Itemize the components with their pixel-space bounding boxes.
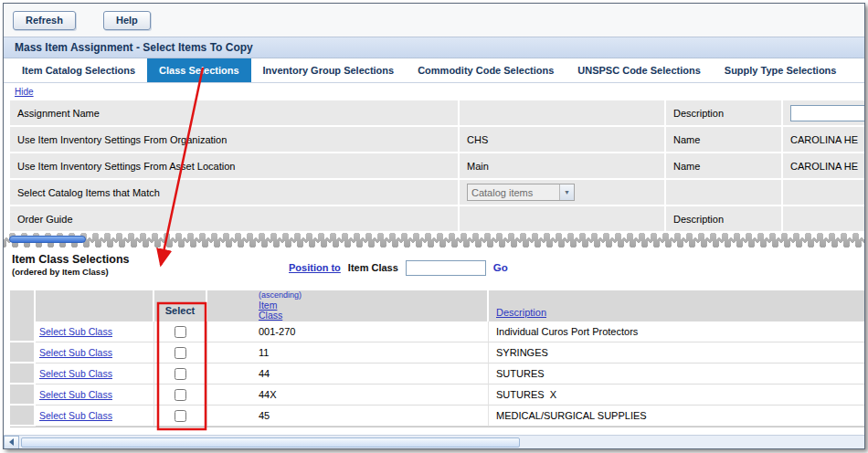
item-class-cell: 44X (207, 385, 489, 406)
field-value: CHS (460, 127, 666, 152)
row-selector-cell[interactable] (10, 406, 36, 427)
sub-class-header (36, 290, 154, 323)
tab-commodity-code-selections[interactable]: Commodity Code Selections (406, 58, 566, 82)
item-class-table: Select (ascending) Item Class Descriptio… (10, 290, 864, 427)
field-value (460, 100, 666, 125)
screenshot-splice-edge (4, 233, 864, 248)
content-spacer (4, 427, 864, 435)
table-row: Select Sub Class 44X SUTURES X (10, 385, 864, 406)
field-value: Catalog items ▼ (460, 180, 666, 205)
assignment-form: Assignment Name Description Use Item Inv… (10, 100, 864, 233)
scroll-left-button[interactable] (4, 436, 19, 449)
chevron-down-icon: ▼ (559, 184, 574, 200)
position-to-input[interactable] (406, 260, 486, 276)
organization-name-value: CAROLINA HE (783, 127, 864, 152)
field-label: Assignment Name (10, 100, 460, 125)
row-selector-cell[interactable] (10, 342, 36, 363)
form-row-asset-location: Use Item Inventory Settings From Asset L… (10, 153, 864, 178)
sub-class-cell: Select Sub Class (36, 363, 154, 385)
field-label-2: Description (666, 206, 783, 231)
select-sub-class-link[interactable]: Select Sub Class (36, 347, 112, 358)
app-window: Refresh Help Mass Item Assignment - Sele… (3, 3, 865, 449)
assignment-description-input[interactable] (790, 105, 864, 121)
sub-class-cell: Select Sub Class (36, 406, 154, 427)
description-cell: SUTURES X (489, 385, 864, 406)
catalog-items-dropdown[interactable]: Catalog items ▼ (467, 184, 575, 201)
select-cell (154, 363, 207, 385)
position-to-link[interactable]: Position to (289, 262, 341, 273)
sort-by-class-link[interactable]: Class (259, 311, 487, 321)
select-cell (154, 321, 207, 342)
row-selector-cell[interactable] (10, 363, 36, 385)
form-row-order-guide: Order Guide Description (10, 206, 864, 231)
select-column-header: Select (154, 290, 207, 323)
page-title: Mass Item Assignment - Select Items To C… (4, 37, 864, 58)
refresh-button[interactable]: Refresh (13, 11, 76, 30)
item-class-section-header: Item Class Selections (ordered by Item C… (4, 248, 864, 290)
select-sub-class-link[interactable]: Select Sub Class (36, 410, 112, 421)
select-cell (154, 406, 207, 427)
hide-link[interactable]: Hide (15, 87, 34, 97)
sort-by-item-link[interactable]: Item (259, 300, 487, 311)
dropdown-selected-value: Catalog items (468, 187, 559, 198)
field-label-2: Name (666, 127, 783, 152)
table-row: Select Sub Class 44 SUTURES (10, 363, 864, 385)
form-row-organization: Use Item Inventory Settings From Organiz… (10, 127, 864, 152)
scroll-left-icon (9, 438, 14, 446)
table-row: Select Sub Class 11 SYRINGES (10, 342, 864, 363)
help-button[interactable]: Help (103, 11, 151, 30)
table-row: Select Sub Class 001-270 Individual Curo… (10, 321, 864, 342)
scrollbar-thumb[interactable] (21, 437, 520, 448)
scrollbar-fragment (9, 236, 86, 243)
field-value (460, 206, 666, 231)
description-cell: Individual Curos Port Protectors (489, 321, 864, 342)
description-cell: SYRINGES (489, 342, 864, 363)
select-sub-class-link[interactable]: Select Sub Class (36, 326, 112, 337)
item-class-cell: 44 (207, 363, 489, 385)
tab-supply-type-selections[interactable]: Supply Type Selections (713, 58, 849, 82)
form-row-catalog-match: Select Catalog Items that Match Catalog … (10, 180, 864, 205)
description-column-header: Description (489, 290, 864, 323)
item-class-cell: 11 (207, 342, 489, 363)
select-cell (154, 342, 207, 363)
select-checkbox[interactable] (175, 389, 186, 401)
field-label-2 (666, 180, 783, 205)
form-row-assignment-name: Assignment Name Description (10, 100, 864, 125)
description-cell: SUTURES (489, 363, 864, 385)
item-class-column-header: (ascending) Item Class (207, 290, 489, 323)
go-button[interactable]: Go (493, 262, 508, 273)
row-selector-cell[interactable] (10, 321, 36, 342)
sort-by-description-link[interactable]: Description (496, 307, 864, 318)
tab-inventory-group-selections[interactable]: Inventory Group Selections (251, 58, 407, 82)
field-value: Main (460, 153, 666, 178)
select-checkbox[interactable] (175, 410, 186, 422)
item-class-cell: 001-270 (207, 321, 489, 342)
field-label-2: Name (666, 153, 783, 178)
tab-unspsc-code-selections[interactable]: UNSPSC Code Selections (566, 58, 712, 82)
location-name-value: CAROLINA HE (783, 153, 864, 178)
field-label: Order Guide (10, 206, 460, 231)
tab-item-catalog-selections[interactable]: Item Catalog Selections (10, 58, 147, 82)
field-label: Select Catalog Items that Match (10, 180, 460, 205)
tab-class-selections[interactable]: Class Selections (147, 58, 250, 82)
select-checkbox[interactable] (175, 347, 186, 359)
row-selector-cell[interactable] (10, 385, 36, 406)
select-checkbox[interactable] (175, 368, 186, 380)
select-sub-class-link[interactable]: Select Sub Class (36, 389, 112, 400)
select-sub-class-link[interactable]: Select Sub Class (36, 368, 112, 379)
position-to-group: Position to Item Class Go (289, 258, 508, 277)
table-row: Select Sub Class 45 MEDICAL/SURGICAL SUP… (10, 406, 864, 427)
field-value-2 (783, 180, 864, 205)
select-cell (154, 385, 207, 406)
position-to-field-label: Item Class (348, 262, 398, 273)
sort-ascending-indicator: (ascending) (259, 290, 487, 300)
item-class-cell: 45 (207, 406, 489, 427)
field-value-2 (783, 100, 864, 125)
horizontal-scrollbar[interactable] (4, 435, 864, 448)
sub-class-cell: Select Sub Class (36, 342, 154, 363)
select-checkbox[interactable] (175, 326, 186, 338)
description-cell: MEDICAL/SURGICAL SUPPLIES (489, 406, 864, 427)
field-value-2 (783, 206, 864, 231)
section-title: Item Class Selections (12, 253, 289, 266)
field-label: Use Item Inventory Settings From Asset L… (10, 153, 460, 178)
